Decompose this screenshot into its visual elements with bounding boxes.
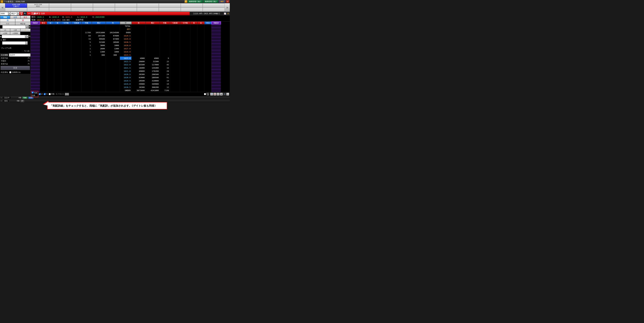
kehai-detail-cell[interactable] bbox=[212, 60, 221, 63]
chart-mini-icon[interactable]: 📈 bbox=[223, 12, 226, 15]
board-row[interactable]: 1300300・1623.5 bbox=[30, 53, 230, 57]
hoken-button[interactable]: 保護 bbox=[0, 22, 15, 25]
board-row[interactable]: 1620.08300028950091 bbox=[30, 76, 230, 79]
search-icon[interactable]: 🔍 bbox=[24, 12, 27, 15]
mini-expand-button[interactable]: ⇲ bbox=[226, 93, 229, 96]
close-tab-icon[interactable]: × bbox=[26, 4, 26, 5]
kehai-detail-cell[interactable] bbox=[30, 82, 40, 85]
kei-checkbox[interactable] bbox=[39, 93, 41, 95]
board-row[interactable]: 1621.04080017620028 bbox=[30, 69, 230, 73]
board-row[interactable]: 1622.5266003150015 bbox=[30, 60, 230, 63]
empty-tab-slot[interactable] bbox=[181, 8, 203, 11]
kehai-detail-cell[interactable] bbox=[212, 24, 221, 28]
empty-tab-slot[interactable] bbox=[181, 3, 203, 8]
kehai-detail-cell[interactable] bbox=[212, 50, 221, 53]
board-row[interactable]: 1360010001628.0 bbox=[30, 44, 230, 47]
kehai-detail-cell[interactable] bbox=[212, 63, 221, 66]
empty-tab-slot[interactable] bbox=[27, 8, 49, 11]
mini-yo-button[interactable]: 予 bbox=[210, 93, 213, 96]
board-row[interactable]: 69197100976001629.5 bbox=[30, 34, 230, 37]
kehai-detail-cell[interactable] bbox=[30, 24, 40, 28]
board-row[interactable]: 1622.08550011700045 bbox=[30, 63, 230, 66]
expand-orders-icon[interactable]: + bbox=[0, 97, 3, 99]
kehai-detail-cell[interactable] bbox=[30, 79, 40, 82]
kehai-detail-cell[interactable] bbox=[212, 57, 221, 60]
close-button[interactable]: ✕ bbox=[226, 0, 229, 3]
board-row[interactable]: 1621.51840013540016 bbox=[30, 66, 230, 69]
price-step-up[interactable]: ▲ bbox=[25, 35, 27, 38]
kehai-detail-cell[interactable] bbox=[212, 53, 221, 57]
confirm-skip-checkbox[interactable] bbox=[204, 93, 206, 95]
price-limit-radio[interactable]: ◉ bbox=[0, 35, 2, 38]
kehai-detail-cell[interactable] bbox=[30, 69, 40, 73]
kehai-detail-checkbox[interactable] bbox=[32, 91, 34, 93]
board-row[interactable]: 1618.51830036820012 bbox=[30, 85, 230, 89]
cond-dropdown[interactable]: ▼ bbox=[26, 41, 28, 45]
qty-x1-button[interactable]: ×1 bbox=[0, 28, 10, 32]
board-row[interactable]: TOTAL bbox=[30, 24, 230, 28]
kehai-detail-cell[interactable] bbox=[30, 76, 40, 79]
kehai-detail-cell[interactable] bbox=[30, 50, 40, 53]
board-row[interactable]: 117891035160010154500OVER bbox=[30, 31, 230, 34]
kehai-detail-cell[interactable] bbox=[212, 89, 221, 92]
empty-tab-slot[interactable] bbox=[71, 8, 93, 11]
kehai-detail-cell[interactable] bbox=[212, 73, 221, 76]
empty-tab-slot[interactable] bbox=[5, 8, 27, 11]
buy-button[interactable]: 買 bbox=[15, 19, 30, 22]
empty-tab-slot[interactable] bbox=[203, 3, 225, 8]
kehai-detail-cell[interactable] bbox=[30, 63, 40, 66]
close-tab-icon[interactable]: × bbox=[48, 4, 48, 5]
condition-input[interactable] bbox=[2, 41, 26, 45]
empty-tab-slot[interactable] bbox=[115, 8, 137, 11]
qty-x1000-button[interactable]: ×1000 bbox=[10, 32, 20, 35]
quantity-input[interactable] bbox=[2, 25, 26, 28]
symbol-code-input[interactable] bbox=[0, 12, 8, 15]
kehai-detail-cell[interactable] bbox=[30, 47, 40, 50]
kehai-detail-cell[interactable] bbox=[30, 28, 40, 31]
kehai-detail-cell[interactable] bbox=[212, 28, 221, 31]
kehai-detail-cell[interactable] bbox=[212, 37, 221, 40]
empty-tab-slot[interactable] bbox=[93, 8, 115, 11]
expand-holdings-icon[interactable]: + bbox=[0, 100, 3, 102]
kehai-detail-cell[interactable] bbox=[212, 66, 221, 69]
this-symbol-only-checkbox[interactable] bbox=[9, 71, 11, 73]
kehai-detail-cell[interactable] bbox=[30, 40, 40, 44]
empty-tab-slot[interactable] bbox=[49, 8, 71, 11]
qty-x100-button[interactable]: ×100 bbox=[0, 32, 10, 35]
kehai-detail-cell[interactable] bbox=[212, 44, 221, 47]
board-row[interactable]: UNDER387360042418007198 bbox=[30, 89, 230, 92]
kehai-detail-cell[interactable] bbox=[212, 69, 221, 73]
kehai-detail-cell[interactable] bbox=[30, 73, 40, 76]
board-row[interactable]: 1619.03990034990019 bbox=[30, 82, 230, 85]
empty-tab-slot[interactable] bbox=[137, 8, 159, 11]
kehai-detail-cell[interactable] bbox=[30, 57, 40, 60]
mini-tai-button[interactable]: 退 bbox=[214, 93, 216, 96]
empty-tab-slot[interactable] bbox=[115, 3, 137, 8]
kehai-detail-cell[interactable] bbox=[212, 85, 221, 89]
kehai-detail-cell[interactable] bbox=[30, 31, 40, 34]
symbol-tab[interactable]: 9433/SOR KDDI × bbox=[27, 3, 49, 8]
sor-toggle[interactable]: SORON bbox=[19, 12, 24, 15]
kehai-detail-cell[interactable] bbox=[212, 47, 221, 50]
kehai-detail-cell[interactable] bbox=[212, 82, 221, 85]
empty-tab-slot[interactable] bbox=[159, 8, 181, 11]
qty-clear-button[interactable]: C bbox=[20, 28, 30, 32]
board-row[interactable]: 1130010001624.0 bbox=[30, 50, 230, 53]
price-market-radio[interactable]: ○ bbox=[0, 38, 3, 41]
genbutsu-pill[interactable]: 現物 bbox=[22, 97, 28, 99]
board-row[interactable]: 成行 bbox=[30, 28, 230, 31]
mini-atsu-button[interactable]: 圧 bbox=[216, 93, 220, 96]
board-row[interactable]: 1623.0・490049009 bbox=[30, 57, 230, 60]
stock-info-2-button[interactable]: 銘柄情報(2枚) bbox=[203, 0, 218, 3]
hyou-pill[interactable]: 評 bbox=[20, 100, 24, 102]
kehai-detail-cell[interactable] bbox=[212, 40, 221, 44]
board-row[interactable]: 532100285001628.5 bbox=[30, 40, 230, 44]
symbol-tab-active[interactable]: 8306/SOR 三菱UFJ × bbox=[5, 3, 27, 8]
order-expiry-select[interactable]: 当日中▾ bbox=[9, 53, 30, 57]
empty-tab-slot[interactable] bbox=[71, 3, 93, 8]
qty-step-up[interactable]: ▲ bbox=[26, 25, 27, 28]
symbol-code-dropdown[interactable]: ▼ bbox=[8, 12, 10, 15]
tab-shinyou[interactable]: 信用 bbox=[10, 16, 20, 19]
market-select[interactable]: 東証* bbox=[10, 12, 17, 15]
kehai-detail-cell[interactable] bbox=[30, 85, 40, 89]
